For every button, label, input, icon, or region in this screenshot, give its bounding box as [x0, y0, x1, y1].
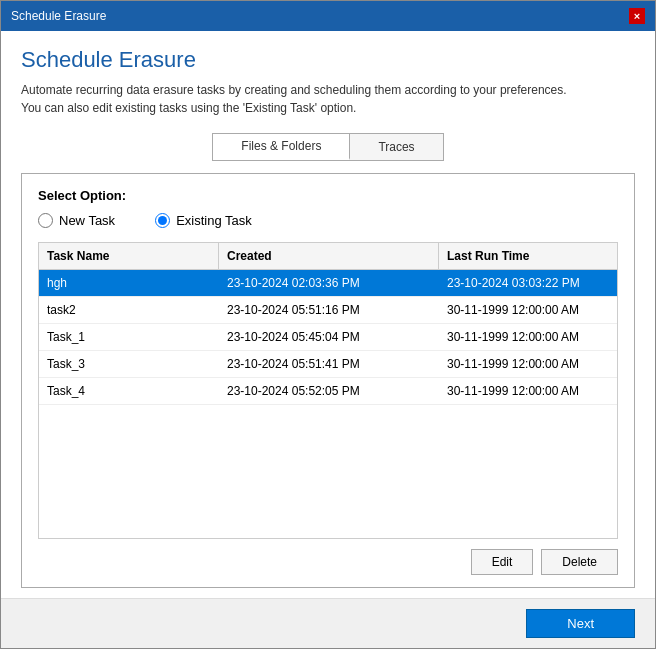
action-buttons: Edit Delete — [38, 549, 618, 575]
cell-task-name: Task_4 — [39, 378, 219, 404]
cell-task-name: Task_3 — [39, 351, 219, 377]
table-row[interactable]: Task_3 23-10-2024 05:51:41 PM 30-11-1999… — [39, 351, 617, 378]
radio-new-task[interactable]: New Task — [38, 213, 115, 228]
cell-task-name: hgh — [39, 270, 219, 296]
tasks-table: Task Name Created Last Run Time hgh 23-1… — [38, 242, 618, 539]
close-button[interactable]: × — [629, 8, 645, 24]
col-task-name: Task Name — [39, 243, 219, 269]
footer: Next — [1, 598, 655, 648]
page-description: Automate recurring data erasure tasks by… — [21, 81, 635, 117]
table-row[interactable]: Task_4 23-10-2024 05:52:05 PM 30-11-1999… — [39, 378, 617, 405]
radio-existing-task-input[interactable] — [155, 213, 170, 228]
tab-bar: Files & Folders Traces — [212, 133, 443, 161]
table-header: Task Name Created Last Run Time — [39, 243, 617, 270]
edit-button[interactable]: Edit — [471, 549, 534, 575]
cell-created: 23-10-2024 05:45:04 PM — [219, 324, 439, 350]
tabs-container: Files & Folders Traces — [21, 133, 635, 161]
main-panel: Select Option: New Task Existing Task Ta… — [21, 173, 635, 588]
next-button[interactable]: Next — [526, 609, 635, 638]
radio-existing-task-label: Existing Task — [176, 213, 252, 228]
content-area: Schedule Erasure Automate recurring data… — [1, 31, 655, 598]
table-row[interactable]: Task_1 23-10-2024 05:45:04 PM 30-11-1999… — [39, 324, 617, 351]
radio-new-task-input[interactable] — [38, 213, 53, 228]
schedule-erasure-window: Schedule Erasure × Schedule Erasure Auto… — [0, 0, 656, 649]
cell-last-run: 30-11-1999 12:00:00 AM — [439, 351, 617, 377]
radio-existing-task[interactable]: Existing Task — [155, 213, 252, 228]
window-title: Schedule Erasure — [11, 9, 106, 23]
radio-group: New Task Existing Task — [38, 213, 618, 228]
delete-button[interactable]: Delete — [541, 549, 618, 575]
radio-new-task-label: New Task — [59, 213, 115, 228]
cell-task-name: Task_1 — [39, 324, 219, 350]
col-last-run-time: Last Run Time — [439, 243, 617, 269]
tab-traces[interactable]: Traces — [350, 134, 442, 160]
cell-last-run: 30-11-1999 12:00:00 AM — [439, 324, 617, 350]
table-row[interactable]: task2 23-10-2024 05:51:16 PM 30-11-1999 … — [39, 297, 617, 324]
cell-last-run: 30-11-1999 12:00:00 AM — [439, 378, 617, 404]
cell-created: 23-10-2024 05:51:16 PM — [219, 297, 439, 323]
cell-created: 23-10-2024 05:51:41 PM — [219, 351, 439, 377]
cell-last-run: 30-11-1999 12:00:00 AM — [439, 297, 617, 323]
cell-created: 23-10-2024 05:52:05 PM — [219, 378, 439, 404]
title-bar: Schedule Erasure × — [1, 1, 655, 31]
select-option-label: Select Option: — [38, 188, 618, 203]
cell-task-name: task2 — [39, 297, 219, 323]
col-created: Created — [219, 243, 439, 269]
cell-created: 23-10-2024 02:03:36 PM — [219, 270, 439, 296]
page-title: Schedule Erasure — [21, 47, 635, 73]
cell-last-run: 23-10-2024 03:03:22 PM — [439, 270, 617, 296]
table-row[interactable]: hgh 23-10-2024 02:03:36 PM 23-10-2024 03… — [39, 270, 617, 297]
table-body: hgh 23-10-2024 02:03:36 PM 23-10-2024 03… — [39, 270, 617, 538]
tab-files-folders[interactable]: Files & Folders — [213, 134, 350, 160]
